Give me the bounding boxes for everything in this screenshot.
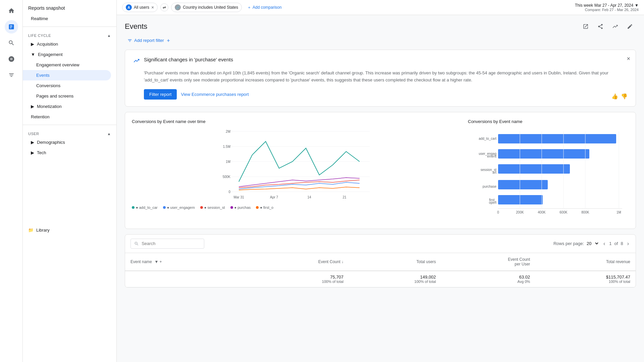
svg-text:Apr 7: Apr 7 <box>270 195 278 199</box>
analytics-icon[interactable] <box>5 20 18 34</box>
legend-first-o: ● first_o <box>256 205 273 209</box>
table-search-input[interactable] <box>142 241 201 246</box>
svg-rect-23 <box>498 149 589 159</box>
svg-text:Mar 31: Mar 31 <box>233 195 244 199</box>
user-section: User ▲ <box>23 128 116 137</box>
nav-divider-1 <box>23 26 116 27</box>
conversions-nav-item[interactable]: Conversions <box>23 80 111 91</box>
line-chart-container: Conversions by Event name over time 2M 1… <box>132 119 460 222</box>
svg-text:ement: ement <box>487 155 496 158</box>
bar-chart-svg: add_to_cart user_engag ement session_st … <box>468 128 626 219</box>
home-icon[interactable] <box>5 4 18 17</box>
svg-text:200K: 200K <box>516 210 524 214</box>
col-total-users[interactable]: Total users <box>349 253 441 271</box>
icon-rail <box>0 0 23 362</box>
sort-icon-event: ▼ + <box>154 259 162 264</box>
col-event-count[interactable]: Event Count ↓ <box>246 253 349 271</box>
next-page-btn[interactable]: › <box>626 239 630 248</box>
col-event-per-user[interactable]: Event Countper User <box>441 253 536 271</box>
table-search-icon <box>134 241 139 246</box>
events-nav-item[interactable]: Events <box>23 70 111 80</box>
thumbs-down-btn[interactable]: 👎 <box>621 93 628 100</box>
rows-per-page-select[interactable]: 20 50 100 <box>585 241 599 246</box>
legend-add-to-cart: ● add_to_car <box>132 205 158 209</box>
retention-nav-item[interactable]: Retention <box>23 112 111 122</box>
search-icon[interactable] <box>5 36 18 50</box>
svg-text:purchase: purchase <box>483 185 497 188</box>
insight-trend-icon <box>133 57 140 66</box>
events-table: Event name ▼ + Event Count ↓ Total users… <box>125 253 636 287</box>
total-revenue: $115,707.47 100% of total <box>535 271 636 287</box>
svg-text:400K: 400K <box>538 210 546 214</box>
line-chart-title: Conversions by Event name over time <box>132 119 460 124</box>
country-filter-chip[interactable]: 🔗 Country includes United States <box>171 3 242 12</box>
top-bar: A All users × ⇌ 🔗 Country includes Unite… <box>117 0 644 15</box>
engagement-overview-nav-item[interactable]: Engagement overview <box>23 60 111 70</box>
charts-section: Conversions by Event name over time 2M 1… <box>125 112 636 229</box>
total-event-count: 75,707 100% of total <box>246 271 349 287</box>
page-header: Events <box>125 20 636 33</box>
col-event-name[interactable]: Event name ▼ + <box>125 253 246 271</box>
segment-arrow-chip[interactable]: ⇌ <box>160 3 168 11</box>
thumbs-up-btn[interactable]: 👍 <box>611 93 618 100</box>
svg-text:open: open <box>489 201 496 204</box>
page-title: Events <box>125 22 147 31</box>
main-content: A All users × ⇌ 🔗 Country includes Unite… <box>117 0 644 362</box>
col-total-revenue[interactable]: Total revenue <box>535 253 636 271</box>
insight-close-btn[interactable]: × <box>627 55 630 62</box>
rows-per-page: Rows per page: 20 50 100 <box>553 241 599 246</box>
table-section: Rows per page: 20 50 100 ‹ 1 of 8 › <box>125 234 636 288</box>
trend-btn[interactable] <box>609 20 621 33</box>
add-comparison-btn[interactable]: ＋ Add comparison <box>245 3 284 12</box>
svg-text:500K: 500K <box>223 175 231 179</box>
library-icon: 📁 <box>28 228 34 233</box>
insight-title: Significant changes in 'purchase' events <box>144 57 233 62</box>
share-link-btn[interactable] <box>580 20 592 33</box>
svg-rect-22 <box>498 134 616 143</box>
acquisition-nav-item[interactable]: ▶ Acquisition <box>23 39 111 49</box>
lifecycle-section: Life cycle ▲ <box>23 29 116 39</box>
view-ecommerce-btn[interactable]: View Ecommerce purchases report <box>181 92 249 97</box>
prev-page-btn[interactable]: ‹ <box>602 239 606 248</box>
all-users-chip[interactable]: A All users × <box>122 3 158 12</box>
all-users-close-btn[interactable]: × <box>151 5 154 10</box>
svg-rect-24 <box>498 164 570 174</box>
svg-text:0: 0 <box>228 190 230 194</box>
library-nav-item[interactable]: 📁 Library <box>23 225 111 235</box>
table-pagination: Rows per page: 20 50 100 ‹ 1 of 8 › <box>553 239 630 248</box>
svg-text:600K: 600K <box>559 210 568 214</box>
advertising-icon[interactable] <box>5 52 18 66</box>
bar-chart-title: Conversions by Event name <box>468 119 629 124</box>
monetization-nav-item[interactable]: ▶ Monetization <box>23 101 111 112</box>
svg-rect-26 <box>498 195 543 204</box>
nav-divider-2 <box>23 125 116 125</box>
total-label <box>125 271 246 287</box>
date-range-display[interactable]: This week Mar 27 - Apr 27, 2024 ▼ <box>575 3 639 8</box>
edit-btn[interactable] <box>624 20 636 33</box>
reports-snapshot-link[interactable]: Reports snapshot <box>23 0 116 13</box>
svg-text:art: art <box>492 171 496 174</box>
filter-report-btn[interactable]: Filter report <box>144 89 177 100</box>
svg-rect-25 <box>498 180 548 189</box>
chart-legend: ● add_to_car ● user_engagem ● session_st <box>132 205 460 209</box>
insight-feedback: 👍 👎 <box>611 93 628 100</box>
add-report-filter-btn[interactable]: Add report filter <box>125 37 173 44</box>
pages-screens-nav-item[interactable]: Pages and screens <box>23 91 111 101</box>
date-range-section: This week Mar 27 - Apr 27, 2024 ▼ Compar… <box>575 3 639 12</box>
svg-text:2M: 2M <box>226 130 230 133</box>
realtime-nav-item[interactable]: Realtime <box>23 13 111 24</box>
totals-row: 75,707 100% of total 149,002 100% of tot… <box>125 271 636 287</box>
configure-icon[interactable] <box>5 68 18 82</box>
svg-text:1.5M: 1.5M <box>223 145 230 148</box>
tech-nav-item[interactable]: ▶ Tech <box>23 147 111 158</box>
bar-chart-container: Conversions by Event name add_to_cart us… <box>468 119 629 222</box>
demographics-nav-item[interactable]: ▶ Demographics <box>23 137 111 147</box>
search-wrap[interactable] <box>130 239 204 249</box>
engagement-nav-item[interactable]: ▼ Engagement <box>23 49 111 60</box>
svg-text:800K: 800K <box>581 210 589 214</box>
total-event-per-user: 63.02 Avg 0% <box>441 271 536 287</box>
compare-text: Compare: Feb 27 - Mar 26, 2024 <box>575 8 639 12</box>
sort-icon-count: ↓ <box>341 259 343 264</box>
legend-session-st: ● session_st <box>200 205 225 209</box>
share-btn[interactable] <box>594 20 606 33</box>
